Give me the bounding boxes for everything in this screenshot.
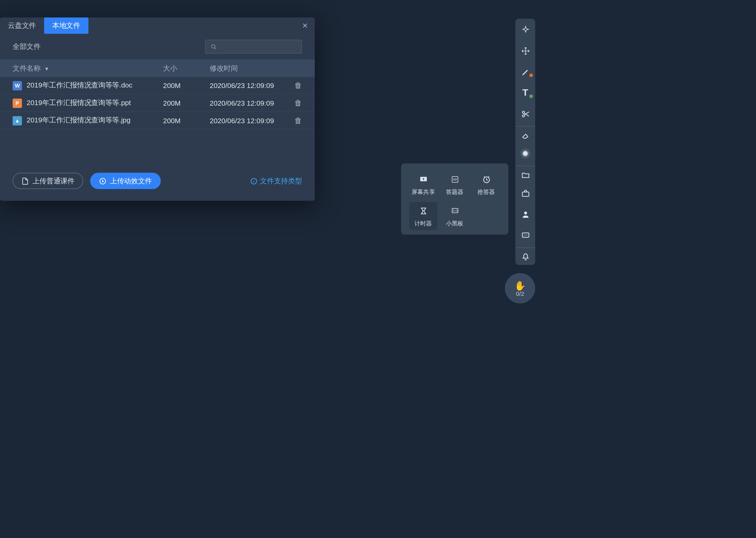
move-tool[interactable] xyxy=(515,44,535,57)
upload-normal-button[interactable]: 上传普通课件 xyxy=(13,173,83,189)
table-row[interactable]: ▲2019年工作汇报情况查询等等.jpg 200M 2020/06/23 12:… xyxy=(0,112,315,130)
svg-point-2 xyxy=(212,44,215,48)
file-modal: 云盘文件 本地文件 × 全部文件 文件名称▼ 大小 修改时间 W2019年工作汇… xyxy=(0,17,315,201)
breadcrumb[interactable]: 全部文件 xyxy=(13,42,41,52)
supported-types-link[interactable]: 文件支持类型 xyxy=(250,176,302,186)
table-row[interactable]: W2019年工作汇报情况查询等等.doc 200M 2020/06/23 12:… xyxy=(0,77,315,94)
table-row[interactable]: P2019年工作汇报情况查询等等.ppt 200M 2020/06/23 12:… xyxy=(0,94,315,112)
eraser-tool[interactable] xyxy=(515,126,535,139)
search-input[interactable] xyxy=(205,40,302,54)
svg-rect-7 xyxy=(522,192,529,196)
modal-tabs: 云盘文件 本地文件 × xyxy=(0,17,315,34)
modal-close-icon[interactable]: × xyxy=(295,21,315,31)
svg-point-8 xyxy=(524,211,527,214)
delete-icon[interactable]: 🗑 xyxy=(294,98,302,107)
toolbox-tool[interactable] xyxy=(515,187,535,200)
col-name[interactable]: 文件名称 xyxy=(13,64,41,72)
scissors-tool[interactable] xyxy=(515,107,535,120)
table-header: 文件名称▼ 大小 修改时间 xyxy=(0,59,315,77)
pen-tool[interactable] xyxy=(515,65,535,78)
folder-tool[interactable] xyxy=(515,166,535,179)
cursor-tool[interactable] xyxy=(515,24,535,36)
svg-point-11 xyxy=(525,235,526,235)
svg-text:2+3: 2+3 xyxy=(452,209,457,212)
sort-icon[interactable]: ▼ xyxy=(44,66,49,72)
bell-tool[interactable] xyxy=(515,247,535,260)
toolbox-popup: 屏幕共享 AB答题器 抢答器 计时器 2+3小黑板 xyxy=(401,163,508,235)
col-size[interactable]: 大小 xyxy=(163,63,210,73)
doc-icon: W xyxy=(13,81,22,91)
search-field[interactable] xyxy=(217,42,297,51)
chat-tool[interactable] xyxy=(515,229,535,242)
person-tool[interactable] xyxy=(515,208,535,221)
tool-blackboard[interactable]: 2+3小黑板 xyxy=(441,202,469,230)
tool-screen-share[interactable]: 屏幕共享 xyxy=(409,171,437,198)
svg-point-12 xyxy=(526,235,527,235)
svg-text:AB: AB xyxy=(453,178,457,181)
ppt-icon: P xyxy=(13,98,22,108)
tool-buzzer[interactable]: 抢答器 xyxy=(472,171,500,198)
col-mtime[interactable]: 修改时间 xyxy=(210,63,284,73)
hand-count: 0/2 xyxy=(516,290,524,296)
tab-cloud-files[interactable]: 云盘文件 xyxy=(0,17,44,34)
tool-answer[interactable]: AB答题器 xyxy=(441,171,469,198)
text-tool[interactable]: T xyxy=(515,86,535,99)
tool-timer[interactable]: 计时器 xyxy=(409,202,437,230)
image-icon: ▲ xyxy=(13,116,22,126)
raise-hand-button[interactable]: ✋ 0/2 xyxy=(505,273,535,304)
right-toolbar: T xyxy=(515,19,535,265)
hand-icon: ✋ xyxy=(514,280,526,291)
search-icon xyxy=(210,43,217,50)
svg-point-10 xyxy=(523,235,524,235)
delete-icon[interactable]: 🗑 xyxy=(294,81,302,90)
upload-animated-button[interactable]: 上传动效文件 xyxy=(90,173,161,189)
tab-local-files[interactable]: 本地文件 xyxy=(44,17,88,34)
delete-icon[interactable]: 🗑 xyxy=(294,116,302,125)
laser-tool[interactable] xyxy=(515,147,535,160)
